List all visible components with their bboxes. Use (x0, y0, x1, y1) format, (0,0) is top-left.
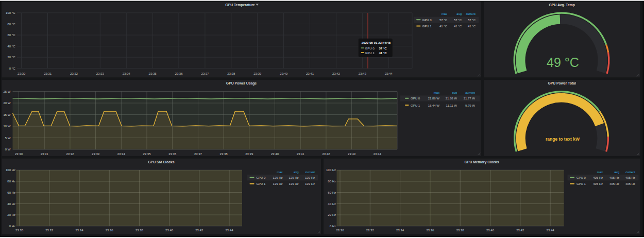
svg-text:100 Hz: 100 Hz (326, 168, 336, 172)
svg-text:57 °C: 57 °C (439, 19, 448, 22)
svg-text:23:42: 23:42 (195, 229, 204, 232)
svg-text:max: max (442, 12, 447, 15)
svg-text:23:35: 23:35 (149, 72, 157, 75)
svg-text:23:39: 23:39 (253, 72, 262, 75)
svg-text:80 Hz: 80 Hz (328, 180, 336, 183)
svg-text:23:43: 23:43 (348, 152, 356, 156)
svg-text:23:40: 23:40 (165, 229, 174, 232)
svg-text:100 °C: 100 °C (6, 11, 15, 14)
svg-text:139 Hz: 139 Hz (305, 176, 315, 179)
svg-text:405 Hz: 405 Hz (609, 176, 619, 179)
svg-text:139 Hz: 139 Hz (273, 182, 282, 185)
svg-text:23:41: 23:41 (306, 72, 314, 75)
svg-text:49 °C: 49 °C (547, 55, 579, 70)
svg-text:GPU Avg. Temp: GPU Avg. Temp (549, 3, 575, 7)
svg-text:60 Hz: 60 Hz (7, 191, 15, 194)
svg-text:23:34: 23:34 (396, 229, 404, 232)
svg-text:23:31: 23:31 (41, 152, 49, 156)
svg-text:23:30: 23:30 (15, 152, 23, 156)
svg-text:23:38: 23:38 (220, 152, 228, 156)
svg-text:0 Hz: 0 Hz (330, 225, 336, 228)
svg-text:23:37: 23:37 (201, 72, 209, 75)
svg-text:23:44: 23:44 (374, 152, 382, 156)
svg-text:max: max (277, 171, 282, 174)
svg-text:max: max (434, 91, 439, 94)
svg-text:0 °C: 0 °C (9, 67, 15, 70)
svg-text:41 °C: 41 °C (379, 52, 387, 55)
svg-text:GPU SM Clocks: GPU SM Clocks (148, 160, 175, 164)
svg-text:57 °C: 57 °C (468, 19, 476, 22)
svg-text:40 °C: 40 °C (7, 45, 15, 48)
svg-text:100 Hz: 100 Hz (6, 168, 15, 172)
svg-text:23:43: 23:43 (359, 72, 367, 75)
svg-text:23:33: 23:33 (92, 152, 100, 156)
svg-text:23:32: 23:32 (366, 229, 375, 232)
svg-text:GPU Temperature: GPU Temperature (225, 3, 255, 7)
svg-text:23:40: 23:40 (486, 229, 495, 232)
svg-text:avg: avg (452, 91, 457, 94)
svg-text:23:35: 23:35 (143, 152, 151, 156)
svg-text:23:32: 23:32 (66, 152, 74, 156)
svg-text:23:34: 23:34 (123, 72, 131, 75)
svg-text:23:41: 23:41 (297, 152, 305, 156)
svg-text:25 W: 25 W (3, 90, 10, 93)
svg-text:23:44: 23:44 (547, 229, 555, 232)
svg-text:GPU 1:: GPU 1: (365, 52, 376, 55)
svg-text:60 °C: 60 °C (7, 33, 15, 37)
svg-text:80 Hz: 80 Hz (7, 180, 15, 183)
svg-text:23:32: 23:32 (70, 72, 78, 75)
svg-text:139 Hz: 139 Hz (305, 182, 315, 185)
svg-text:GPU Power Total: GPU Power Total (548, 81, 576, 85)
svg-text:23:30: 23:30 (15, 229, 24, 232)
svg-text:GPU 0:: GPU 0: (365, 47, 376, 50)
svg-text:GPU 1: GPU 1 (422, 25, 432, 28)
svg-text:40 Hz: 40 Hz (328, 202, 336, 206)
svg-text:current: current (465, 91, 475, 94)
svg-text:20 Hz: 20 Hz (328, 213, 336, 216)
svg-text:2020-05-01 23:44:48: 2020-05-01 23:44:48 (362, 41, 391, 44)
svg-text:23:30: 23:30 (18, 72, 26, 75)
svg-text:23:36: 23:36 (106, 229, 114, 232)
svg-text:GPU Power Usage: GPU Power Usage (226, 81, 257, 86)
svg-text:21.68 W: 21.68 W (446, 97, 457, 100)
svg-text:57 °C: 57 °C (379, 47, 387, 50)
svg-text:11.11 W: 11.11 W (446, 104, 457, 107)
svg-text:GPU Memory Clocks: GPU Memory Clocks (465, 160, 499, 164)
svg-text:60 Hz: 60 Hz (328, 191, 336, 194)
svg-text:23:40: 23:40 (280, 72, 288, 75)
svg-text:405 Hz: 405 Hz (593, 182, 603, 185)
svg-text:21.77 W: 21.77 W (464, 97, 476, 100)
svg-text:23:36: 23:36 (426, 229, 434, 232)
svg-text:23:31: 23:31 (44, 72, 52, 75)
svg-text:23:38: 23:38 (227, 72, 235, 75)
svg-text:40 Hz: 40 Hz (7, 202, 15, 206)
svg-text:GPU 0: GPU 0 (422, 19, 432, 22)
svg-text:405 Hz: 405 Hz (609, 182, 619, 185)
svg-text:23:44: 23:44 (225, 229, 233, 232)
svg-text:405 Hz: 405 Hz (625, 176, 635, 179)
svg-text:23:36: 23:36 (175, 72, 183, 75)
svg-text:current: current (305, 171, 315, 174)
svg-text:current: current (466, 12, 476, 15)
svg-text:avg: avg (294, 171, 299, 174)
svg-text:21.86 W: 21.86 W (428, 97, 440, 100)
svg-text:20 °C: 20 °C (7, 56, 15, 59)
svg-text:23:34: 23:34 (117, 152, 126, 156)
svg-text:0 Hz: 0 Hz (9, 225, 15, 228)
svg-text:GPU 1: GPU 1 (411, 104, 420, 107)
svg-text:GPU 0: GPU 0 (256, 176, 266, 179)
svg-text:16.44 W: 16.44 W (428, 104, 440, 107)
svg-text:GPU 1: GPU 1 (577, 182, 586, 185)
svg-text:GPU 0: GPU 0 (577, 176, 586, 179)
svg-text:23:42: 23:42 (332, 72, 341, 75)
svg-text:23:32: 23:32 (45, 229, 54, 232)
svg-text:139 Hz: 139 Hz (289, 176, 298, 179)
svg-text:max: max (597, 171, 603, 174)
svg-text:57 °C: 57 °C (454, 19, 462, 22)
svg-text:20 Hz: 20 Hz (7, 213, 15, 216)
svg-text:405 Hz: 405 Hz (593, 176, 603, 179)
svg-text:avg: avg (456, 12, 462, 15)
svg-text:23:37: 23:37 (194, 152, 202, 156)
svg-text:41 °C: 41 °C (468, 25, 476, 28)
svg-text:139 Hz: 139 Hz (289, 182, 298, 185)
